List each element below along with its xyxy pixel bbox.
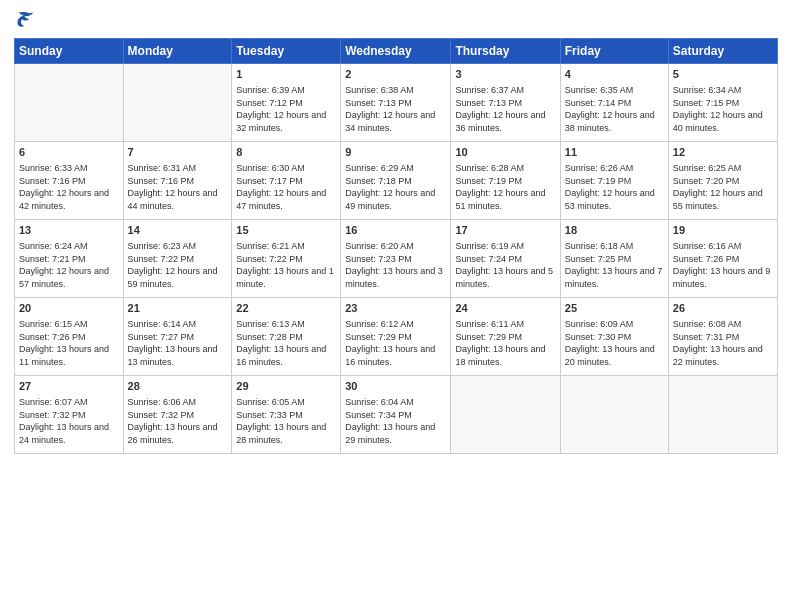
day-number: 17 (455, 223, 555, 238)
day-number: 15 (236, 223, 336, 238)
day-number: 7 (128, 145, 228, 160)
calendar-cell (560, 376, 668, 454)
day-number: 26 (673, 301, 773, 316)
calendar-cell: 15Sunrise: 6:21 AM Sunset: 7:22 PM Dayli… (232, 220, 341, 298)
week-row-2: 6Sunrise: 6:33 AM Sunset: 7:16 PM Daylig… (15, 142, 778, 220)
logo-bird-icon (16, 10, 36, 30)
day-number: 3 (455, 67, 555, 82)
calendar-cell: 6Sunrise: 6:33 AM Sunset: 7:16 PM Daylig… (15, 142, 124, 220)
day-info: Sunrise: 6:04 AM Sunset: 7:34 PM Dayligh… (345, 397, 435, 445)
calendar-cell: 4Sunrise: 6:35 AM Sunset: 7:14 PM Daylig… (560, 64, 668, 142)
day-number: 20 (19, 301, 119, 316)
calendar-cell: 26Sunrise: 6:08 AM Sunset: 7:31 PM Dayli… (668, 298, 777, 376)
calendar-cell: 13Sunrise: 6:24 AM Sunset: 7:21 PM Dayli… (15, 220, 124, 298)
calendar-cell: 23Sunrise: 6:12 AM Sunset: 7:29 PM Dayli… (341, 298, 451, 376)
calendar-cell: 10Sunrise: 6:28 AM Sunset: 7:19 PM Dayli… (451, 142, 560, 220)
calendar-cell: 5Sunrise: 6:34 AM Sunset: 7:15 PM Daylig… (668, 64, 777, 142)
week-row-1: 1Sunrise: 6:39 AM Sunset: 7:12 PM Daylig… (15, 64, 778, 142)
day-number: 24 (455, 301, 555, 316)
calendar-cell: 24Sunrise: 6:11 AM Sunset: 7:29 PM Dayli… (451, 298, 560, 376)
day-number: 28 (128, 379, 228, 394)
week-row-5: 27Sunrise: 6:07 AM Sunset: 7:32 PM Dayli… (15, 376, 778, 454)
calendar-cell (451, 376, 560, 454)
weekday-header-monday: Monday (123, 39, 232, 64)
day-info: Sunrise: 6:24 AM Sunset: 7:21 PM Dayligh… (19, 241, 109, 289)
day-number: 12 (673, 145, 773, 160)
day-info: Sunrise: 6:19 AM Sunset: 7:24 PM Dayligh… (455, 241, 553, 289)
day-info: Sunrise: 6:37 AM Sunset: 7:13 PM Dayligh… (455, 85, 545, 133)
day-number: 22 (236, 301, 336, 316)
calendar-cell (123, 64, 232, 142)
day-info: Sunrise: 6:09 AM Sunset: 7:30 PM Dayligh… (565, 319, 655, 367)
weekday-header-sunday: Sunday (15, 39, 124, 64)
day-info: Sunrise: 6:11 AM Sunset: 7:29 PM Dayligh… (455, 319, 545, 367)
day-number: 10 (455, 145, 555, 160)
day-number: 18 (565, 223, 664, 238)
day-number: 30 (345, 379, 446, 394)
calendar-cell: 9Sunrise: 6:29 AM Sunset: 7:18 PM Daylig… (341, 142, 451, 220)
day-number: 9 (345, 145, 446, 160)
week-row-3: 13Sunrise: 6:24 AM Sunset: 7:21 PM Dayli… (15, 220, 778, 298)
calendar-cell: 22Sunrise: 6:13 AM Sunset: 7:28 PM Dayli… (232, 298, 341, 376)
day-info: Sunrise: 6:28 AM Sunset: 7:19 PM Dayligh… (455, 163, 545, 211)
calendar-cell: 16Sunrise: 6:20 AM Sunset: 7:23 PM Dayli… (341, 220, 451, 298)
day-number: 5 (673, 67, 773, 82)
day-number: 13 (19, 223, 119, 238)
day-info: Sunrise: 6:15 AM Sunset: 7:26 PM Dayligh… (19, 319, 109, 367)
day-info: Sunrise: 6:26 AM Sunset: 7:19 PM Dayligh… (565, 163, 655, 211)
day-info: Sunrise: 6:16 AM Sunset: 7:26 PM Dayligh… (673, 241, 771, 289)
calendar-cell: 14Sunrise: 6:23 AM Sunset: 7:22 PM Dayli… (123, 220, 232, 298)
day-number: 23 (345, 301, 446, 316)
calendar-cell: 27Sunrise: 6:07 AM Sunset: 7:32 PM Dayli… (15, 376, 124, 454)
calendar-cell: 12Sunrise: 6:25 AM Sunset: 7:20 PM Dayli… (668, 142, 777, 220)
calendar-cell: 17Sunrise: 6:19 AM Sunset: 7:24 PM Dayli… (451, 220, 560, 298)
calendar-cell: 11Sunrise: 6:26 AM Sunset: 7:19 PM Dayli… (560, 142, 668, 220)
day-info: Sunrise: 6:07 AM Sunset: 7:32 PM Dayligh… (19, 397, 109, 445)
day-info: Sunrise: 6:08 AM Sunset: 7:31 PM Dayligh… (673, 319, 763, 367)
weekday-header-thursday: Thursday (451, 39, 560, 64)
day-info: Sunrise: 6:20 AM Sunset: 7:23 PM Dayligh… (345, 241, 443, 289)
calendar-cell: 19Sunrise: 6:16 AM Sunset: 7:26 PM Dayli… (668, 220, 777, 298)
day-info: Sunrise: 6:25 AM Sunset: 7:20 PM Dayligh… (673, 163, 763, 211)
calendar-cell: 30Sunrise: 6:04 AM Sunset: 7:34 PM Dayli… (341, 376, 451, 454)
day-number: 19 (673, 223, 773, 238)
weekday-header-saturday: Saturday (668, 39, 777, 64)
calendar-cell: 8Sunrise: 6:30 AM Sunset: 7:17 PM Daylig… (232, 142, 341, 220)
week-row-4: 20Sunrise: 6:15 AM Sunset: 7:26 PM Dayli… (15, 298, 778, 376)
calendar-cell: 29Sunrise: 6:05 AM Sunset: 7:33 PM Dayli… (232, 376, 341, 454)
day-info: Sunrise: 6:05 AM Sunset: 7:33 PM Dayligh… (236, 397, 326, 445)
day-number: 21 (128, 301, 228, 316)
day-info: Sunrise: 6:18 AM Sunset: 7:25 PM Dayligh… (565, 241, 663, 289)
day-info: Sunrise: 6:33 AM Sunset: 7:16 PM Dayligh… (19, 163, 109, 211)
calendar-cell: 18Sunrise: 6:18 AM Sunset: 7:25 PM Dayli… (560, 220, 668, 298)
day-info: Sunrise: 6:31 AM Sunset: 7:16 PM Dayligh… (128, 163, 218, 211)
calendar-table: SundayMondayTuesdayWednesdayThursdayFrid… (14, 38, 778, 454)
header (14, 10, 778, 30)
day-number: 25 (565, 301, 664, 316)
day-number: 11 (565, 145, 664, 160)
weekday-header-wednesday: Wednesday (341, 39, 451, 64)
day-info: Sunrise: 6:13 AM Sunset: 7:28 PM Dayligh… (236, 319, 326, 367)
day-number: 27 (19, 379, 119, 394)
day-number: 14 (128, 223, 228, 238)
day-number: 16 (345, 223, 446, 238)
day-number: 29 (236, 379, 336, 394)
day-number: 6 (19, 145, 119, 160)
weekday-header-row: SundayMondayTuesdayWednesdayThursdayFrid… (15, 39, 778, 64)
day-info: Sunrise: 6:30 AM Sunset: 7:17 PM Dayligh… (236, 163, 326, 211)
calendar-cell: 3Sunrise: 6:37 AM Sunset: 7:13 PM Daylig… (451, 64, 560, 142)
calendar-cell: 7Sunrise: 6:31 AM Sunset: 7:16 PM Daylig… (123, 142, 232, 220)
logo (14, 10, 36, 30)
day-number: 4 (565, 67, 664, 82)
day-info: Sunrise: 6:34 AM Sunset: 7:15 PM Dayligh… (673, 85, 763, 133)
calendar-cell: 25Sunrise: 6:09 AM Sunset: 7:30 PM Dayli… (560, 298, 668, 376)
day-number: 1 (236, 67, 336, 82)
calendar-cell: 28Sunrise: 6:06 AM Sunset: 7:32 PM Dayli… (123, 376, 232, 454)
calendar-cell (15, 64, 124, 142)
day-info: Sunrise: 6:06 AM Sunset: 7:32 PM Dayligh… (128, 397, 218, 445)
calendar-cell: 2Sunrise: 6:38 AM Sunset: 7:13 PM Daylig… (341, 64, 451, 142)
day-info: Sunrise: 6:14 AM Sunset: 7:27 PM Dayligh… (128, 319, 218, 367)
day-info: Sunrise: 6:23 AM Sunset: 7:22 PM Dayligh… (128, 241, 218, 289)
calendar-cell: 21Sunrise: 6:14 AM Sunset: 7:27 PM Dayli… (123, 298, 232, 376)
calendar-cell (668, 376, 777, 454)
